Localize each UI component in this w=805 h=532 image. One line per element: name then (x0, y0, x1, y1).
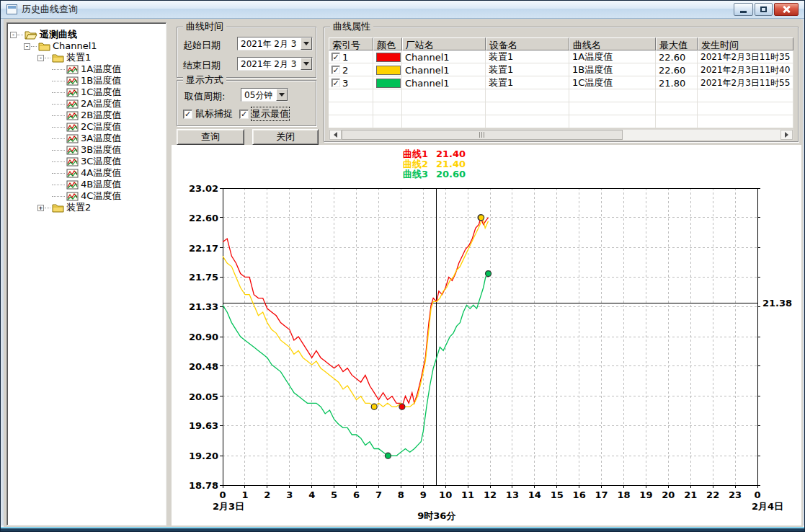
end-date-dropdown-button[interactable] (301, 58, 312, 70)
chart-label: 21.33 (189, 301, 218, 312)
table-header-cell[interactable]: 索引号 (329, 37, 373, 50)
tree-connector (17, 35, 23, 35)
table-cell (329, 89, 373, 102)
chart-label: 19.20 (189, 451, 218, 461)
chart-label: 22.60 (189, 213, 218, 223)
table-header-cell[interactable]: 颜色 (373, 37, 402, 50)
tree-item[interactable]: 4C温度值 (9, 190, 164, 202)
tree-item[interactable]: 4A温度值 (9, 167, 164, 179)
table-row[interactable] (329, 102, 793, 115)
groupbox-display-mode-label: 显示方式 (183, 75, 226, 85)
tree-item[interactable]: -装置1 (9, 52, 164, 63)
curve-icon (66, 65, 79, 74)
start-date-dropdown-button[interactable] (301, 37, 312, 50)
chart-label: 22.17 (189, 243, 218, 254)
tree-item[interactable]: 2A温度值 (9, 98, 164, 110)
chart-label: 3 (286, 489, 293, 500)
chart-label: 曲线1 (403, 148, 428, 159)
chart-label: 0 (754, 489, 760, 500)
tree-connector (45, 208, 50, 208)
row-checkbox[interactable]: ✓ (332, 79, 340, 87)
tree-item[interactable]: 2B温度值 (9, 110, 164, 121)
tree-item[interactable]: +装置2 (9, 202, 164, 213)
scroll-right-button[interactable] (780, 130, 793, 140)
tree-item[interactable]: 4B温度值 (9, 179, 164, 190)
table-cell (402, 89, 486, 102)
period-dropdown-button[interactable] (276, 89, 288, 101)
close-icon (782, 5, 791, 14)
tree-item[interactable]: 2C温度值 (9, 121, 164, 133)
curve-icon (66, 134, 79, 143)
chart-panel: 23.0222.6022.1721.7521.3320.9020.4820.05… (172, 145, 801, 526)
tree-connector (52, 138, 65, 139)
tree-item-label: 2B温度值 (81, 110, 121, 121)
table-cell: 2021年2月3日11时35 (698, 50, 793, 63)
table-row[interactable] (329, 115, 793, 128)
minimize-button[interactable] (734, 3, 753, 16)
tree-item[interactable]: 1A温度值 (9, 63, 164, 75)
chart-label: 20.48 (189, 361, 218, 372)
table-row[interactable]: ✓2Channel1装置11B温度值22.602021年2月3日11时40 (329, 63, 793, 76)
tree-item[interactable]: 1B温度值 (9, 75, 164, 87)
tree-item[interactable]: -Channel1 (9, 40, 164, 52)
checkbox-checked-icon[interactable]: ✓ (183, 110, 192, 119)
table-header-cell[interactable]: 厂站名 (402, 37, 486, 50)
tree-collapse-icon[interactable]: - (10, 32, 17, 38)
end-date-combobox[interactable]: 2021年 2月 3 (237, 57, 313, 71)
table-header-cell[interactable]: 曲线名 (569, 37, 656, 50)
mouse-capture-checkbox[interactable]: ✓ 鼠标捕捉 (183, 107, 233, 120)
tree-item[interactable]: 3B温度值 (9, 144, 164, 156)
tree-item[interactable]: 1C温度值 (9, 87, 164, 98)
groupbox-curve-time: 曲线时间 起始日期 2021年 2月 3 结束日期 2021年 2月 3 (177, 27, 316, 78)
folder-icon (52, 53, 64, 63)
chart-label: 2月3日 (213, 501, 244, 512)
scroll-thumb[interactable] (342, 130, 623, 140)
chart-label: 2月4日 (752, 501, 783, 512)
table-cell (402, 115, 486, 128)
tree-item[interactable]: 3C温度值 (9, 156, 164, 167)
tree-connector (52, 196, 65, 197)
chart-label: 1 (241, 489, 248, 500)
restore-button[interactable] (755, 3, 773, 16)
table-cell: 2021年2月3日11时40 (698, 63, 793, 76)
show-extremes-checkbox[interactable]: ✓ 显示最值 (239, 107, 289, 120)
row-index: 3 (342, 78, 348, 89)
table-header-cell[interactable]: 发生时间 (698, 37, 793, 50)
table-cell (329, 102, 373, 115)
scroll-left-button[interactable] (329, 130, 342, 140)
table-row[interactable]: ✓1Channel1装置11A温度值22.602021年2月3日11时35 (329, 50, 793, 63)
groupbox-curve-time-label: 曲线时间 (183, 22, 226, 32)
start-date-combobox[interactable]: 2021年 2月 3 (237, 37, 313, 50)
table-cell (656, 89, 698, 102)
tree-item-label: 2A温度值 (81, 98, 121, 110)
table-cell (486, 89, 569, 102)
close-action-button[interactable]: 关闭 (252, 129, 319, 145)
chart-label: 20.05 (189, 391, 218, 402)
table-row[interactable]: ✓3Channel1装置11C温度值21.802021年2月3日11时55 (329, 76, 793, 89)
close-button[interactable] (774, 3, 799, 16)
tree-connector (52, 81, 65, 81)
tree-item[interactable]: 3A温度值 (9, 133, 164, 144)
chart-label: 18 (617, 489, 630, 500)
table-row[interactable] (329, 89, 793, 102)
table-cell (486, 115, 569, 128)
table-cell: 装置1 (486, 63, 569, 76)
tree-expand-icon[interactable]: + (37, 205, 44, 211)
h-scrollbar[interactable] (329, 129, 793, 141)
tree-item-label: Channel1 (53, 40, 97, 52)
table-header-cell[interactable]: 最大值 (656, 37, 698, 50)
scroll-track[interactable] (342, 130, 780, 140)
table-cell: 1A温度值 (569, 50, 656, 63)
tree-collapse-icon[interactable]: - (37, 55, 44, 61)
tree-collapse-icon[interactable]: - (24, 43, 30, 50)
row-checkbox[interactable]: ✓ (332, 53, 340, 61)
table-header-cell[interactable]: 设备名 (486, 37, 569, 50)
tree-item[interactable]: -遥测曲线 (9, 29, 164, 40)
table-cell (486, 102, 569, 115)
period-combobox[interactable]: 05分钟 (241, 88, 288, 102)
query-button[interactable]: 查询 (177, 129, 244, 145)
row-checkbox[interactable]: ✓ (332, 66, 340, 74)
checkbox-checked-icon[interactable]: ✓ (239, 110, 249, 119)
min-marker (371, 404, 377, 409)
chart-label: 22 (706, 489, 719, 500)
